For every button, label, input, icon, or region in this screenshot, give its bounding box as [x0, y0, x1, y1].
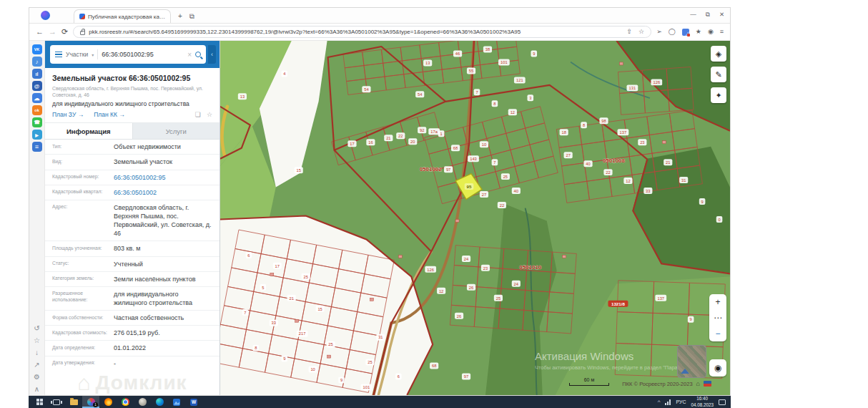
browser-tab[interactable]: Публичная кадастровая кар... — [74, 9, 171, 23]
parcel-label[interactable]: 16 — [366, 139, 375, 145]
parcel-label[interactable]: 3 — [527, 94, 533, 101]
parcel-label[interactable]: 23 — [638, 139, 646, 145]
search-bar[interactable]: Участки ▾ 66:36:0501002:95 × — [50, 45, 206, 64]
parcel-label[interactable]: 15 — [295, 167, 303, 173]
comment-icon[interactable]: ❏ — [195, 111, 201, 118]
parcel-label[interactable]: 27 — [480, 191, 488, 198]
parcel-label[interactable]: 8 — [581, 122, 587, 128]
parcel-label[interactable]: 54 — [362, 86, 370, 92]
list-icon[interactable]: ≡ — [32, 142, 42, 152]
pin-icon[interactable]: ★ — [696, 29, 701, 35]
parcel-label[interactable]: 38 — [483, 46, 492, 52]
parcel-label[interactable]: 26 — [467, 284, 475, 291]
gray-app-icon[interactable] — [134, 396, 151, 408]
parcel-label[interactable]: 9 — [688, 316, 694, 323]
cadastral-map[interactable]: 4135454134655381011219781231716212220921… — [220, 41, 730, 395]
quarter-label[interactable]: 0501002 — [420, 166, 443, 173]
send-icon[interactable]: ➢ — [656, 29, 662, 35]
parcel-label[interactable]: 98 — [599, 117, 608, 124]
parcel-label[interactable]: 25 — [302, 273, 310, 280]
forward-button[interactable]: → — [49, 28, 56, 36]
parcel-label[interactable]: 25 — [326, 341, 335, 348]
menu-icon[interactable]: ≡ — [720, 29, 724, 35]
taskbar-clock[interactable]: 16:4004.08.2023 — [691, 396, 714, 407]
parcel-label[interactable]: 12 — [623, 178, 632, 184]
zoom-in-button[interactable]: + — [709, 294, 726, 310]
parcel-label[interactable]: 25 — [494, 295, 503, 301]
parcel-label[interactable]: 10 — [480, 141, 488, 147]
parcel-label[interactable]: 101 — [361, 384, 373, 391]
parcel-label[interactable]: 92 — [418, 127, 426, 133]
cloud-icon[interactable]: ☁ — [32, 93, 42, 103]
parcel-label[interactable]: 17 — [347, 140, 356, 147]
parcel-label[interactable]: 97 — [462, 374, 470, 380]
parcel-label[interactable]: 217 — [297, 331, 308, 337]
parcel-label[interactable]: 24 — [462, 256, 470, 262]
parcel-label[interactable]: 21 — [664, 159, 672, 165]
whatsapp-icon[interactable]: ☎ — [32, 117, 42, 127]
parcel-label[interactable]: 22 — [498, 202, 506, 208]
parcel-label[interactable]: 9 — [338, 377, 345, 384]
file-explorer-icon[interactable] — [65, 396, 82, 408]
parcel-label[interactable]: 21 — [384, 135, 393, 141]
parcel-label[interactable]: 7 — [242, 309, 249, 316]
parcel-label[interactable]: 12 — [437, 288, 445, 294]
browser-logo-icon[interactable] — [41, 11, 50, 20]
layers-button[interactable]: ◈ — [711, 46, 726, 62]
url-text[interactable]: pkk.rosreestr.ru/#/search/65.64951699999… — [89, 29, 623, 35]
tray-chevron-icon[interactable]: ^ — [658, 399, 661, 405]
parcel-label[interactable]: 17а — [428, 128, 440, 135]
language-indicator[interactable]: РУС — [676, 399, 686, 404]
star-icon[interactable]: ☆ — [207, 111, 212, 118]
parcel-label[interactable]: 121 — [514, 77, 526, 83]
firefox-icon[interactable] — [99, 396, 117, 408]
parcel-label[interactable]: 8 — [492, 100, 498, 107]
parcel-label[interactable]: 20 — [408, 138, 417, 145]
parcel-label[interactable]: 33 — [643, 188, 652, 194]
parcel-label[interactable]: 9 — [281, 356, 287, 362]
photos-icon[interactable] — [168, 396, 185, 408]
parcel-label[interactable]: 4 — [281, 70, 287, 77]
parcel-label[interactable]: 27 — [564, 152, 573, 158]
new-tab-button[interactable]: + — [178, 13, 182, 20]
parcel-label[interactable]: 24 — [512, 281, 521, 287]
parcel-label[interactable]: 68 — [451, 145, 460, 151]
parcel-label[interactable]: 9 — [699, 198, 706, 205]
parcel-label[interactable]: 101 — [498, 59, 510, 65]
share-arrow-icon[interactable]: ↗ — [32, 359, 42, 369]
history-icon[interactable]: ↺ — [32, 323, 42, 333]
parcel-label[interactable]: 7 — [474, 89, 480, 95]
measure-button[interactable]: ✎ — [711, 67, 726, 82]
parcel-label[interactable]: 143 — [468, 155, 479, 162]
tab-услуги[interactable]: Услуги — [133, 123, 220, 139]
mail-icon[interactable]: @ — [32, 81, 42, 91]
downloads-icon[interactable]: ↓ — [32, 347, 42, 357]
parcel-label[interactable]: 22 — [396, 132, 405, 139]
vk-icon[interactable]: VK — [32, 44, 42, 54]
parcel-label[interactable]: 31 — [679, 177, 688, 183]
parcel-label[interactable]: 21 — [287, 295, 296, 301]
parcel-label[interactable]: 55 — [467, 67, 475, 74]
parcel-label[interactable]: 54 — [415, 91, 424, 97]
browser-app-icon[interactable]: 1 — [82, 396, 99, 408]
start-button[interactable] — [31, 396, 48, 408]
info-value[interactable]: 66:36:0501002 — [114, 188, 212, 197]
favorites-star-icon[interactable]: ☆ — [32, 335, 42, 345]
parcel-label[interactable]: 6 — [395, 374, 402, 380]
parcel-label[interactable]: 1321/8 — [608, 301, 628, 307]
music-icon[interactable]: ♪ — [32, 57, 42, 67]
parcel-label[interactable]: 137 — [655, 295, 666, 301]
parcel-label[interactable]: 131 — [627, 84, 638, 91]
info-value[interactable]: 66:36:0501002:95 — [114, 173, 212, 182]
ok-icon[interactable]: ok — [32, 105, 42, 115]
bookmark-star-icon[interactable]: ☆ — [638, 29, 644, 35]
task-view-button[interactable] — [48, 396, 65, 408]
restore-button[interactable]: ⧉ — [706, 11, 710, 19]
parcel-label[interactable]: 18 — [560, 129, 568, 135]
back-button[interactable]: ← — [36, 28, 44, 36]
reload-button[interactable]: ⟳ — [61, 28, 68, 36]
chevron-down-icon[interactable]: ▾ — [92, 52, 94, 57]
my-location-button[interactable]: ◉ — [709, 359, 726, 377]
parcel-label[interactable]: 126 — [651, 79, 662, 85]
parcel-label[interactable]: 31 — [376, 334, 385, 341]
